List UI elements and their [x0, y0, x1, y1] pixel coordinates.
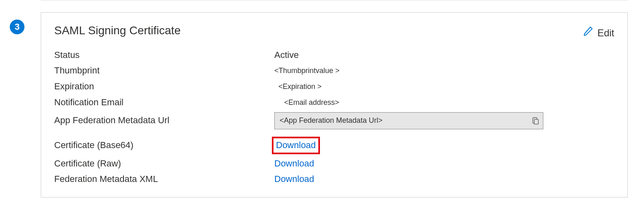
saml-certificate-card: SAML Signing Certificate Edit Status Act…	[41, 12, 628, 197]
divider	[41, 0, 628, 1]
edit-label: Edit	[598, 26, 614, 40]
label-app-federation-url: App Federation Metadata Url	[54, 114, 274, 127]
card-header: SAML Signing Certificate Edit	[54, 22, 614, 40]
label-status: Status	[54, 49, 274, 62]
label-cert-base64: Certificate (Base64)	[54, 139, 274, 152]
label-federation-xml: Federation Metadata XML	[54, 173, 274, 186]
value-thumbprint: <Thumbprintvalue >	[274, 66, 340, 76]
row-thumbprint: Thumbprint <Thumbprintvalue >	[54, 64, 614, 77]
section-wrapper: 3 SAML Signing Certificate Edit Status A…	[0, 0, 644, 204]
row-federation-xml: Federation Metadata XML Download	[54, 173, 614, 186]
row-cert-base64: Certificate (Base64) Download	[54, 137, 614, 154]
copy-icon[interactable]	[532, 116, 540, 125]
label-cert-raw: Certificate (Raw)	[54, 157, 274, 170]
row-status: Status Active	[54, 49, 614, 62]
row-app-federation-url: App Federation Metadata Url <App Federat…	[54, 112, 614, 129]
step-number: 3	[15, 21, 20, 33]
label-expiration: Expiration	[54, 80, 274, 93]
pencil-icon	[583, 26, 593, 40]
row-notification-email: Notification Email <Email address>	[54, 96, 614, 109]
card-title: SAML Signing Certificate	[54, 22, 181, 38]
download-base64-link[interactable]: Download	[276, 140, 316, 150]
step-number-badge: 3	[10, 20, 24, 34]
app-federation-url-field[interactable]: <App Federation Metadata Url>	[274, 112, 543, 129]
svg-rect-0	[534, 119, 538, 124]
edit-button[interactable]: Edit	[583, 22, 614, 40]
download-raw-link[interactable]: Download	[274, 157, 314, 170]
label-thumbprint: Thumbprint	[54, 64, 274, 77]
value-notification-email: <Email address>	[274, 98, 339, 108]
row-expiration: Expiration <Expiration >	[54, 80, 614, 93]
value-expiration: <Expiration >	[274, 82, 322, 92]
row-cert-raw: Certificate (Raw) Download	[54, 157, 614, 170]
value-app-federation-url: <App Federation Metadata Url>	[280, 115, 532, 126]
field-rows: Status Active Thumbprint <Thumbprintvalu…	[54, 49, 614, 186]
download-base64-highlight: Download	[272, 137, 320, 154]
download-xml-link[interactable]: Download	[274, 173, 314, 186]
label-notification-email: Notification Email	[54, 96, 274, 109]
value-status: Active	[274, 49, 299, 62]
